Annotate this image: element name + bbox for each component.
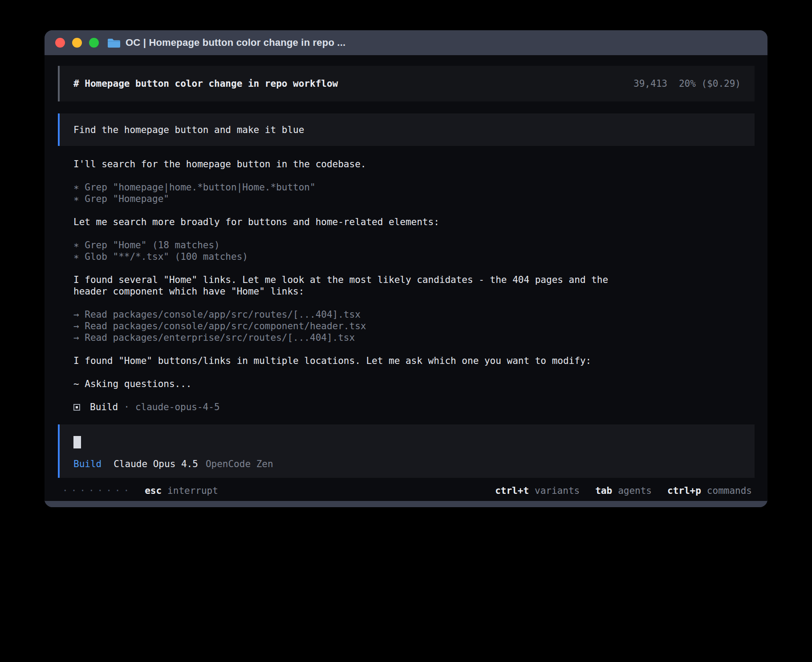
shortcut-commands: ctrl+p commands [667, 485, 752, 496]
tool-call-group: → Read packages/console/app/src/routes/[… [73, 309, 755, 343]
assistant-status: ~ Asking questions... [73, 378, 755, 390]
tool-call-grep: ∗ Grep "homepage|home.*button|Home.*butt… [73, 182, 755, 193]
tool-call-glob: ∗ Glob "**/*.tsx" (100 matches) [73, 251, 755, 262]
esc-key-hint: esc [145, 485, 162, 496]
context-usage: 20% ($0.29) [679, 78, 741, 89]
separator-dot: · [124, 401, 130, 413]
tool-call-grep: ∗ Grep "Homepage" [73, 193, 755, 205]
progress-dots: ········ [62, 485, 132, 496]
session-header: # Homepage button color change in repo w… [58, 66, 755, 101]
maximize-button[interactable] [89, 38, 99, 48]
window-title: OC | Homepage button color change in rep… [126, 37, 345, 48]
esc-key-label: interrupt [167, 485, 218, 496]
input-mode: Build [73, 459, 102, 469]
minimize-button[interactable] [72, 38, 82, 48]
token-count: 39,413 [633, 78, 667, 89]
prompt-input[interactable]: Build Claude Opus 4.5 OpenCode Zen [58, 424, 755, 478]
close-button[interactable] [55, 38, 65, 48]
folder-icon [108, 37, 120, 48]
tool-call-group: ∗ Grep "Home" (18 matches) ∗ Glob "**/*.… [73, 239, 755, 262]
assistant-text: Let me search more broadly for buttons a… [73, 216, 755, 228]
shortcut-agents: tab agents [595, 485, 652, 496]
assistant-transcript: I'll search for the homepage button in t… [73, 158, 755, 413]
agent-badge: Build · claude-opus-4-5 [73, 401, 755, 413]
tool-call-read: → Read packages/enterprise/src/routes/[.… [73, 332, 755, 343]
status-right: ctrl+t variants tab agents ctrl+p comman… [479, 485, 752, 496]
agent-name: Build [90, 401, 118, 413]
user-message-text: Find the homepage button and make it blu… [73, 125, 304, 135]
user-message: Find the homepage button and make it blu… [58, 113, 755, 146]
text-cursor [73, 436, 81, 448]
status-bar: ········ esc interrupt ctrl+t variants t… [62, 485, 752, 496]
status-left: ········ esc interrupt [62, 485, 218, 496]
tool-call-group: ∗ Grep "homepage|home.*button|Home.*butt… [73, 182, 755, 205]
traffic-lights [55, 38, 99, 48]
agent-model: claude-opus-4-5 [135, 401, 220, 413]
assistant-text: I found several "Home" links. Let me loo… [73, 274, 755, 297]
input-model: Claude Opus 4.5 [114, 459, 198, 469]
input-meta: Build Claude Opus 4.5 OpenCode Zen [73, 459, 741, 469]
session-stats: 39,41320% ($0.29) [633, 78, 741, 89]
tool-call-read: → Read packages/console/app/src/componen… [73, 320, 755, 332]
assistant-text: I found "Home" buttons/links in multiple… [73, 355, 755, 367]
input-provider: OpenCode Zen [206, 459, 273, 469]
tool-call-grep: ∗ Grep "Home" (18 matches) [73, 239, 755, 251]
terminal-window: OC | Homepage button color change in rep… [45, 30, 767, 507]
assistant-text: I'll search for the homepage button in t… [73, 158, 755, 170]
terminal-content: # Homepage button color change in repo w… [45, 55, 767, 501]
shortcut-variants: ctrl+t variants [495, 485, 580, 496]
agent-icon [73, 404, 80, 411]
tool-call-read: → Read packages/console/app/src/routes/[… [73, 309, 755, 320]
window-titlebar: OC | Homepage button color change in rep… [45, 30, 767, 55]
window-bottom-edge [45, 501, 767, 507]
session-title: # Homepage button color change in repo w… [73, 78, 338, 89]
